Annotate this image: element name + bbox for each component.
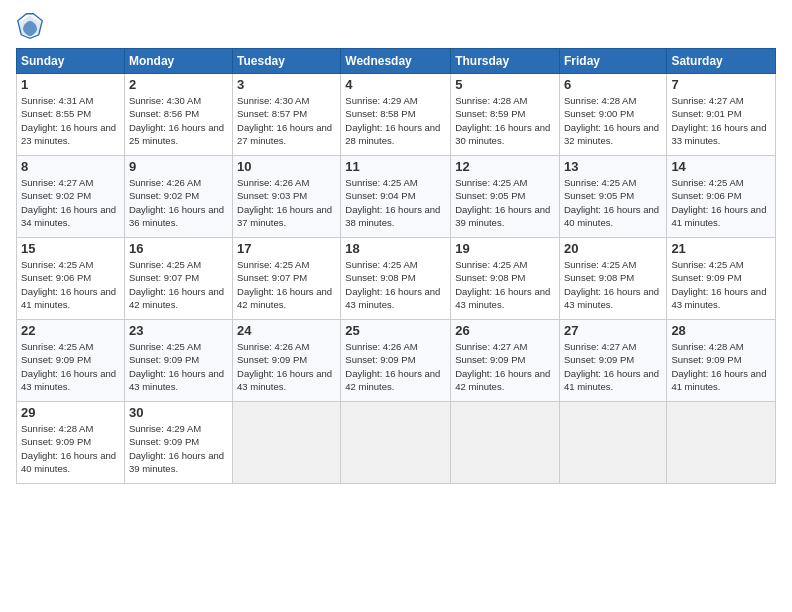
calendar-cell: 27 Sunrise: 4:27 AM Sunset: 9:09 PM Dayl…	[559, 320, 666, 402]
calendar-cell: 12 Sunrise: 4:25 AM Sunset: 9:05 PM Dayl…	[451, 156, 560, 238]
calendar-cell	[559, 402, 666, 484]
calendar-cell: 19 Sunrise: 4:25 AM Sunset: 9:08 PM Dayl…	[451, 238, 560, 320]
day-number: 28	[671, 323, 771, 338]
day-number: 29	[21, 405, 120, 420]
day-info: Sunrise: 4:26 AM Sunset: 9:03 PM Dayligh…	[237, 176, 336, 229]
day-number: 30	[129, 405, 228, 420]
day-info: Sunrise: 4:27 AM Sunset: 9:09 PM Dayligh…	[455, 340, 555, 393]
day-info: Sunrise: 4:30 AM Sunset: 8:57 PM Dayligh…	[237, 94, 336, 147]
day-info: Sunrise: 4:26 AM Sunset: 9:09 PM Dayligh…	[237, 340, 336, 393]
day-number: 16	[129, 241, 228, 256]
logo-icon	[16, 12, 44, 40]
calendar-cell: 22 Sunrise: 4:25 AM Sunset: 9:09 PM Dayl…	[17, 320, 125, 402]
calendar-table: SundayMondayTuesdayWednesdayThursdayFrid…	[16, 48, 776, 484]
day-info: Sunrise: 4:25 AM Sunset: 9:06 PM Dayligh…	[671, 176, 771, 229]
day-header: Wednesday	[341, 49, 451, 74]
day-number: 7	[671, 77, 771, 92]
calendar-cell: 8 Sunrise: 4:27 AM Sunset: 9:02 PM Dayli…	[17, 156, 125, 238]
day-number: 15	[21, 241, 120, 256]
day-header: Monday	[124, 49, 232, 74]
day-number: 23	[129, 323, 228, 338]
day-info: Sunrise: 4:26 AM Sunset: 9:02 PM Dayligh…	[129, 176, 228, 229]
calendar-cell: 25 Sunrise: 4:26 AM Sunset: 9:09 PM Dayl…	[341, 320, 451, 402]
logo	[16, 12, 48, 40]
calendar-cell	[341, 402, 451, 484]
day-number: 13	[564, 159, 662, 174]
calendar-cell: 21 Sunrise: 4:25 AM Sunset: 9:09 PM Dayl…	[667, 238, 776, 320]
day-info: Sunrise: 4:30 AM Sunset: 8:56 PM Dayligh…	[129, 94, 228, 147]
calendar-cell: 4 Sunrise: 4:29 AM Sunset: 8:58 PM Dayli…	[341, 74, 451, 156]
calendar-cell: 9 Sunrise: 4:26 AM Sunset: 9:02 PM Dayli…	[124, 156, 232, 238]
calendar-cell: 18 Sunrise: 4:25 AM Sunset: 9:08 PM Dayl…	[341, 238, 451, 320]
day-info: Sunrise: 4:25 AM Sunset: 9:04 PM Dayligh…	[345, 176, 446, 229]
calendar-cell: 17 Sunrise: 4:25 AM Sunset: 9:07 PM Dayl…	[233, 238, 341, 320]
calendar-cell: 26 Sunrise: 4:27 AM Sunset: 9:09 PM Dayl…	[451, 320, 560, 402]
day-number: 25	[345, 323, 446, 338]
day-info: Sunrise: 4:25 AM Sunset: 9:08 PM Dayligh…	[564, 258, 662, 311]
day-info: Sunrise: 4:25 AM Sunset: 9:07 PM Dayligh…	[129, 258, 228, 311]
day-number: 19	[455, 241, 555, 256]
calendar-cell: 10 Sunrise: 4:26 AM Sunset: 9:03 PM Dayl…	[233, 156, 341, 238]
day-header: Thursday	[451, 49, 560, 74]
calendar-cell: 28 Sunrise: 4:28 AM Sunset: 9:09 PM Dayl…	[667, 320, 776, 402]
day-number: 18	[345, 241, 446, 256]
day-info: Sunrise: 4:28 AM Sunset: 9:00 PM Dayligh…	[564, 94, 662, 147]
day-number: 1	[21, 77, 120, 92]
day-number: 10	[237, 159, 336, 174]
day-number: 27	[564, 323, 662, 338]
day-number: 9	[129, 159, 228, 174]
day-info: Sunrise: 4:25 AM Sunset: 9:09 PM Dayligh…	[129, 340, 228, 393]
day-number: 14	[671, 159, 771, 174]
day-number: 21	[671, 241, 771, 256]
day-number: 26	[455, 323, 555, 338]
day-number: 17	[237, 241, 336, 256]
day-info: Sunrise: 4:25 AM Sunset: 9:09 PM Dayligh…	[671, 258, 771, 311]
day-info: Sunrise: 4:25 AM Sunset: 9:05 PM Dayligh…	[564, 176, 662, 229]
day-number: 5	[455, 77, 555, 92]
calendar-cell	[233, 402, 341, 484]
calendar-cell: 20 Sunrise: 4:25 AM Sunset: 9:08 PM Dayl…	[559, 238, 666, 320]
day-info: Sunrise: 4:31 AM Sunset: 8:55 PM Dayligh…	[21, 94, 120, 147]
day-info: Sunrise: 4:26 AM Sunset: 9:09 PM Dayligh…	[345, 340, 446, 393]
calendar-cell	[667, 402, 776, 484]
calendar-cell: 30 Sunrise: 4:29 AM Sunset: 9:09 PM Dayl…	[124, 402, 232, 484]
day-info: Sunrise: 4:25 AM Sunset: 9:05 PM Dayligh…	[455, 176, 555, 229]
calendar-cell: 23 Sunrise: 4:25 AM Sunset: 9:09 PM Dayl…	[124, 320, 232, 402]
day-number: 8	[21, 159, 120, 174]
day-number: 4	[345, 77, 446, 92]
day-header: Friday	[559, 49, 666, 74]
day-info: Sunrise: 4:25 AM Sunset: 9:06 PM Dayligh…	[21, 258, 120, 311]
day-info: Sunrise: 4:29 AM Sunset: 8:58 PM Dayligh…	[345, 94, 446, 147]
calendar-cell: 14 Sunrise: 4:25 AM Sunset: 9:06 PM Dayl…	[667, 156, 776, 238]
day-number: 6	[564, 77, 662, 92]
day-info: Sunrise: 4:27 AM Sunset: 9:02 PM Dayligh…	[21, 176, 120, 229]
calendar-cell: 13 Sunrise: 4:25 AM Sunset: 9:05 PM Dayl…	[559, 156, 666, 238]
day-info: Sunrise: 4:25 AM Sunset: 9:07 PM Dayligh…	[237, 258, 336, 311]
day-number: 12	[455, 159, 555, 174]
calendar-cell: 11 Sunrise: 4:25 AM Sunset: 9:04 PM Dayl…	[341, 156, 451, 238]
day-info: Sunrise: 4:25 AM Sunset: 9:08 PM Dayligh…	[455, 258, 555, 311]
day-header: Sunday	[17, 49, 125, 74]
day-number: 11	[345, 159, 446, 174]
day-info: Sunrise: 4:25 AM Sunset: 9:08 PM Dayligh…	[345, 258, 446, 311]
calendar-cell: 24 Sunrise: 4:26 AM Sunset: 9:09 PM Dayl…	[233, 320, 341, 402]
day-info: Sunrise: 4:27 AM Sunset: 9:01 PM Dayligh…	[671, 94, 771, 147]
day-info: Sunrise: 4:25 AM Sunset: 9:09 PM Dayligh…	[21, 340, 120, 393]
calendar-cell: 2 Sunrise: 4:30 AM Sunset: 8:56 PM Dayli…	[124, 74, 232, 156]
calendar-cell: 7 Sunrise: 4:27 AM Sunset: 9:01 PM Dayli…	[667, 74, 776, 156]
day-header: Tuesday	[233, 49, 341, 74]
day-info: Sunrise: 4:28 AM Sunset: 9:09 PM Dayligh…	[21, 422, 120, 475]
calendar-cell: 15 Sunrise: 4:25 AM Sunset: 9:06 PM Dayl…	[17, 238, 125, 320]
calendar-cell: 5 Sunrise: 4:28 AM Sunset: 8:59 PM Dayli…	[451, 74, 560, 156]
day-number: 20	[564, 241, 662, 256]
calendar-cell: 6 Sunrise: 4:28 AM Sunset: 9:00 PM Dayli…	[559, 74, 666, 156]
day-number: 3	[237, 77, 336, 92]
calendar-cell	[451, 402, 560, 484]
day-info: Sunrise: 4:29 AM Sunset: 9:09 PM Dayligh…	[129, 422, 228, 475]
calendar-cell: 1 Sunrise: 4:31 AM Sunset: 8:55 PM Dayli…	[17, 74, 125, 156]
page-header	[16, 12, 776, 40]
day-info: Sunrise: 4:28 AM Sunset: 8:59 PM Dayligh…	[455, 94, 555, 147]
calendar-cell: 16 Sunrise: 4:25 AM Sunset: 9:07 PM Dayl…	[124, 238, 232, 320]
calendar-cell: 29 Sunrise: 4:28 AM Sunset: 9:09 PM Dayl…	[17, 402, 125, 484]
day-number: 2	[129, 77, 228, 92]
